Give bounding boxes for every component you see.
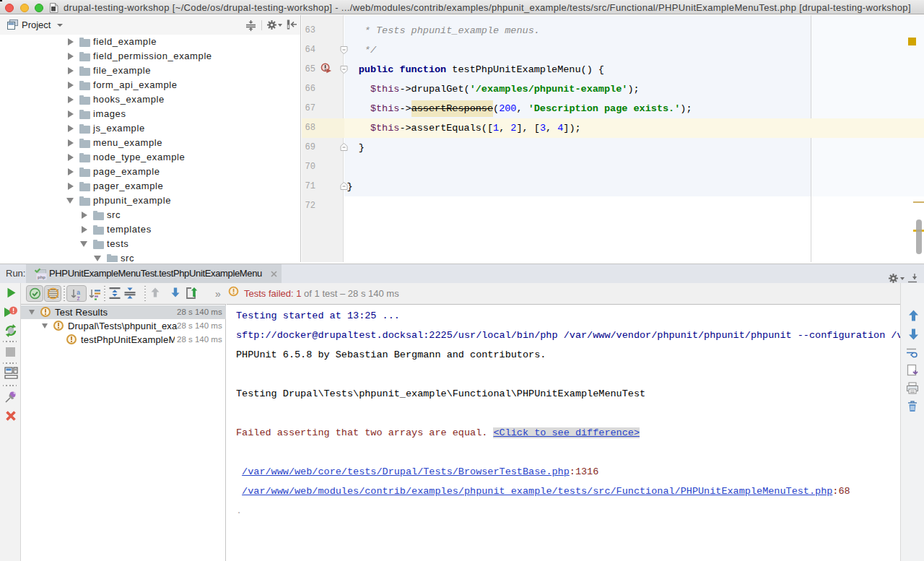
svg-text:php: php [38, 275, 45, 279]
svg-text:z: z [77, 295, 79, 302]
